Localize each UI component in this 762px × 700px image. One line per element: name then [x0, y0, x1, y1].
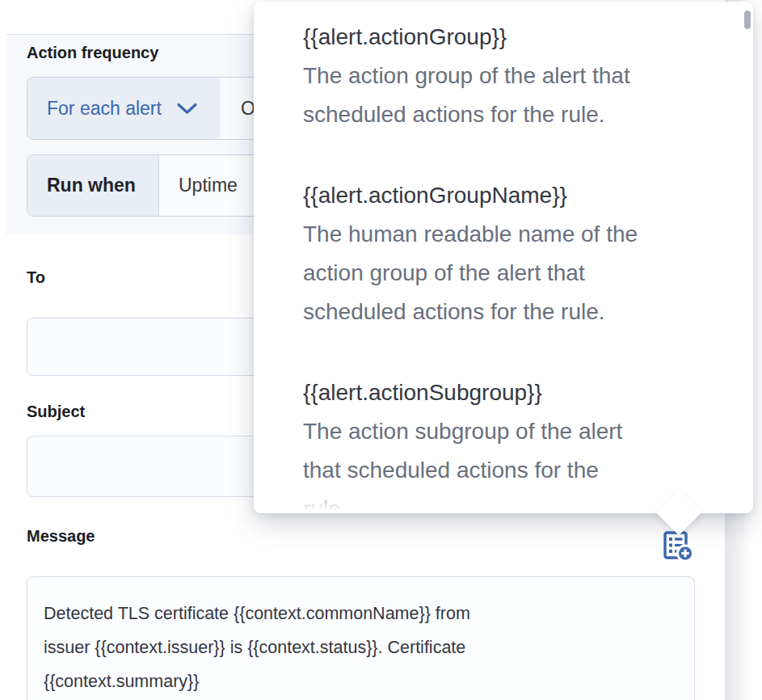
variable-option-actionSubgroup[interactable]: {{alert.actionSubgroup}} The action subg… — [303, 373, 721, 513]
subject-label: Subject — [27, 403, 85, 421]
run-when-label: Run when — [27, 155, 159, 216]
variable-description: The human readable name of the action gr… — [303, 215, 721, 331]
variable-name: {{alert.actionGroupName}} — [303, 176, 721, 215]
popover-scrollbar-thumb[interactable] — [744, 11, 751, 29]
message-label: Message — [27, 527, 95, 546]
variable-option-actionGroup[interactable]: {{alert.actionGroup}} The action group o… — [303, 18, 721, 134]
run-when-value-text: Uptime — [179, 175, 238, 196]
variable-description: The action group of the alert that sched… — [303, 57, 721, 134]
variable-description: The action subgroup of the alert that sc… — [303, 412, 721, 513]
email-action-form: Action frequency For each alert O Run wh… — [0, 0, 762, 700]
chevron-down-icon — [176, 102, 198, 116]
message-textarea[interactable]: Detected TLS certificate {{context.commo… — [27, 576, 695, 700]
action-frequency-title: Action frequency — [27, 44, 158, 62]
variable-option-actionGroupName[interactable]: {{alert.actionGroupName}} The human read… — [303, 176, 721, 331]
to-label: To — [27, 268, 45, 287]
for-each-alert-label: For each alert — [47, 98, 162, 120]
for-each-alert-select[interactable]: For each alert — [27, 78, 220, 139]
variables-popover: {{alert.actionGroup}} The action group o… — [254, 2, 753, 513]
variable-name: {{alert.actionSubgroup}} — [303, 373, 721, 412]
variable-name: {{alert.actionGroup}} — [303, 18, 721, 57]
